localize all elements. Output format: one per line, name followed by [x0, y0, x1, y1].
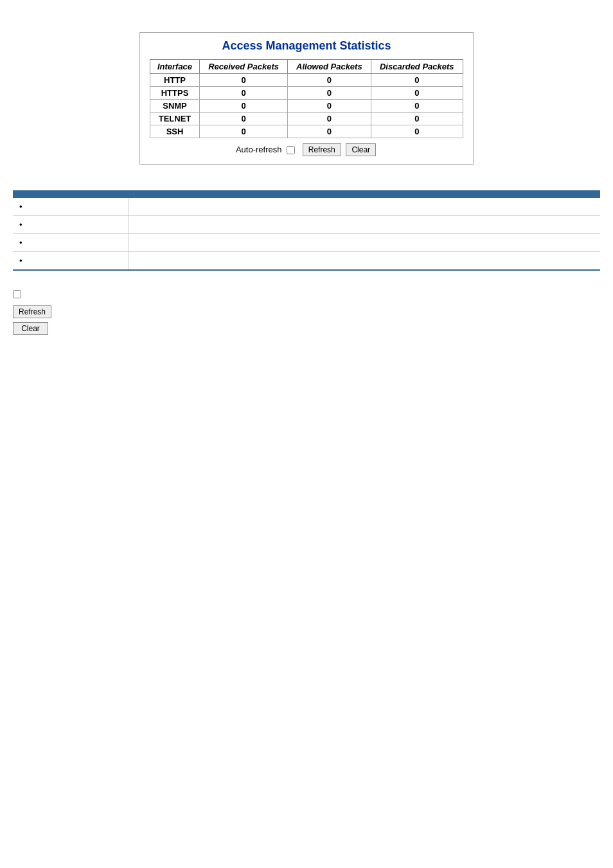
doc-row-4-col1: • — [13, 252, 129, 271]
doc-section: • • • • — [13, 190, 600, 271]
row-received: 0 — [200, 100, 288, 113]
row-interface: TELNET — [150, 113, 200, 125]
row-discarded: 0 — [371, 74, 463, 87]
doc-row-3-col1: • — [13, 234, 129, 252]
row-discarded: 0 — [371, 100, 463, 113]
doc-row-4-col2 — [129, 252, 600, 271]
doc-row-1-col1: • — [13, 198, 129, 216]
row-allowed: 0 — [288, 100, 371, 113]
row-interface: HTTPS — [150, 87, 200, 100]
row-discarded: 0 — [371, 113, 463, 125]
stats-table: Interface Received Packets Allowed Packe… — [150, 59, 463, 138]
stats-footer: Auto-refresh Refresh Clear — [150, 143, 463, 156]
row-interface: SSH — [150, 125, 200, 138]
row-interface: SNMP — [150, 100, 200, 113]
auto-refresh-checkbox[interactable] — [287, 146, 295, 154]
clear-button-top[interactable]: Clear — [346, 143, 376, 156]
row-received: 0 — [200, 113, 288, 125]
col-received: Received Packets — [200, 60, 288, 74]
row-interface: HTTP — [150, 74, 200, 87]
row-allowed: 0 — [288, 125, 371, 138]
row-received: 0 — [200, 125, 288, 138]
row-allowed: 0 — [288, 87, 371, 100]
table-row: TELNET000 — [150, 113, 463, 125]
table-row: SNMP000 — [150, 100, 463, 113]
doc-row-1: • — [13, 198, 600, 216]
bottom-auto-refresh-row — [13, 290, 600, 300]
row-discarded: 0 — [371, 87, 463, 100]
doc-row-2: • — [13, 216, 600, 234]
auto-refresh-label: Auto-refresh — [236, 145, 282, 154]
table-row: HTTPS000 — [150, 87, 463, 100]
refresh-button-bottom[interactable]: Refresh — [13, 305, 51, 318]
doc-table: • • • • — [13, 190, 600, 271]
doc-row-4: • — [13, 252, 600, 271]
row-received: 0 — [200, 74, 288, 87]
doc-row-2-col1: • — [13, 216, 129, 234]
clear-button-bottom[interactable]: Clear — [13, 322, 48, 335]
doc-row-3: • — [13, 234, 600, 252]
row-discarded: 0 — [371, 125, 463, 138]
bottom-controls: Refresh Clear — [13, 290, 600, 335]
col-allowed: Allowed Packets — [288, 60, 371, 74]
doc-row-3-col2 — [129, 234, 600, 252]
doc-col1-header — [13, 191, 129, 198]
doc-row-2-col2 — [129, 216, 600, 234]
row-allowed: 0 — [288, 74, 371, 87]
col-interface: Interface — [150, 60, 200, 74]
stats-title: Access Management Statistics — [150, 39, 463, 53]
row-allowed: 0 — [288, 113, 371, 125]
doc-col2-header — [129, 191, 600, 198]
col-discarded: Discarded Packets — [371, 60, 463, 74]
row-received: 0 — [200, 87, 288, 100]
table-row: SSH000 — [150, 125, 463, 138]
table-row: HTTP000 — [150, 74, 463, 87]
bottom-auto-refresh-checkbox[interactable] — [13, 290, 21, 298]
stats-card: Access Management Statistics Interface R… — [139, 32, 474, 165]
refresh-button-top[interactable]: Refresh — [303, 143, 341, 156]
doc-row-1-col2 — [129, 198, 600, 216]
